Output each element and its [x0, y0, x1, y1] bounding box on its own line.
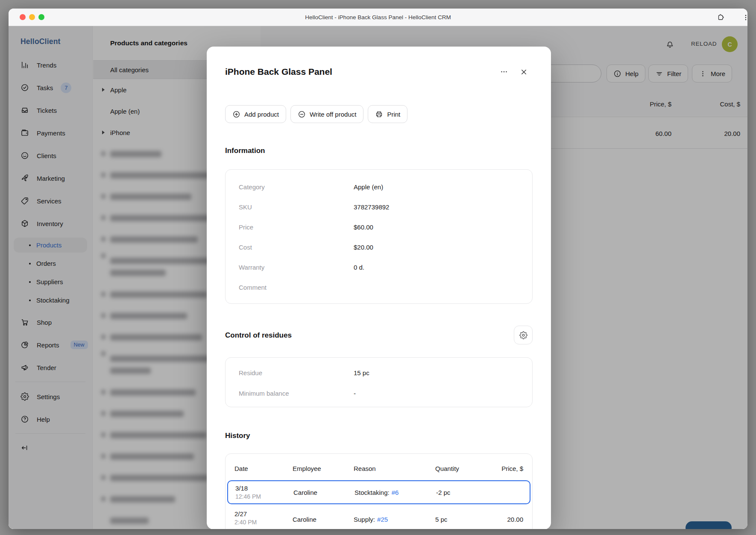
info-label: Price — [239, 223, 354, 231]
browser-menu-icon[interactable] — [740, 12, 747, 23]
history-price: 20.00 — [507, 516, 523, 523]
history-column-quantity: Quantity — [435, 465, 459, 472]
history-reason: Supply:#25 — [354, 516, 388, 523]
info-label: Warranty — [239, 264, 354, 271]
residues-heading: Control of residues — [225, 331, 292, 340]
info-row-price: Price $60.00 — [226, 217, 532, 237]
write-off-icon — [298, 110, 306, 118]
minimum-balance-row: Minimum balance - — [226, 383, 532, 403]
window-titlebar: HelloClient - iPhone Back Glass Panel - … — [9, 9, 747, 26]
modal-title: iPhone Back Glass Panel — [225, 67, 332, 77]
history-reason-text: Supply: — [354, 516, 375, 523]
history-date: 2/27 — [234, 510, 257, 517]
history-employee: Caroline — [293, 516, 316, 523]
info-row-cost: Cost $20.00 — [226, 237, 532, 257]
information-heading: Information — [225, 147, 265, 155]
residue-label: Residue — [239, 369, 354, 376]
history-reason: Stocktaking:#6 — [355, 489, 399, 496]
info-label: Category — [239, 183, 354, 191]
history-date-cell: 2/27 2:40 PM — [234, 510, 257, 526]
info-value: $60.00 — [354, 223, 373, 231]
residue-row: Residue 15 pc — [226, 362, 532, 383]
modal-close-button[interactable] — [516, 64, 532, 80]
info-label: SKU — [239, 203, 354, 211]
screenshot-frame: HelloClient - iPhone Back Glass Panel - … — [0, 0, 756, 535]
info-row-warranty: Warranty 0 d. — [226, 257, 532, 277]
residues-card: Residue 15 pc Minimum balance - — [225, 357, 533, 407]
residues-settings-button[interactable] — [514, 326, 533, 344]
add-product-label: Add product — [244, 111, 279, 118]
history-time: 2:40 PM — [234, 519, 257, 526]
history-reason-text: Stocktaking: — [355, 489, 390, 496]
minimum-balance-value: - — [354, 390, 356, 397]
history-column-date: Date — [234, 465, 248, 472]
add-product-button[interactable]: Add product — [225, 105, 286, 123]
info-row-comment: Comment — [226, 277, 532, 297]
history-column-employee: Employee — [293, 465, 321, 472]
extensions-icon[interactable] — [715, 12, 726, 23]
write-off-product-label: Write off product — [310, 111, 357, 118]
print-button[interactable]: Print — [368, 105, 407, 123]
history-date-cell: 3/18 12:46 PM — [235, 485, 261, 500]
minimum-balance-label: Minimum balance — [239, 390, 354, 397]
product-modal: iPhone Back Glass Panel Add product Writ… — [207, 47, 551, 529]
window-title: HelloClient - iPhone Back Glass Panel - … — [9, 9, 747, 26]
history-reason-link[interactable]: #6 — [392, 489, 399, 496]
info-value: $20.00 — [354, 244, 373, 251]
info-value: Apple (en) — [354, 183, 383, 191]
history-column-price: Price, $ — [501, 465, 523, 472]
history-reason-link[interactable]: #25 — [377, 516, 388, 523]
history-column-reason: Reason — [354, 465, 376, 472]
print-button-label: Print — [387, 111, 400, 118]
info-value: 0 d. — [354, 264, 364, 271]
modal-more-button[interactable] — [496, 64, 512, 80]
add-icon — [232, 110, 240, 118]
write-off-product-button[interactable]: Write off product — [290, 105, 364, 123]
history-time: 12:46 PM — [235, 493, 261, 500]
history-quantity: 5 pc — [435, 516, 447, 523]
history-row-selected[interactable]: 3/18 12:46 PM Caroline Stocktaking:#6 -2… — [227, 480, 530, 504]
info-row-category: Category Apple (en) — [226, 177, 532, 197]
info-value: 3782739892 — [354, 203, 389, 211]
app-area: HelloClient Trends Tasks 7 Tickets — [9, 26, 747, 529]
print-icon — [375, 110, 383, 118]
history-row[interactable]: 2/27 2:40 PM Caroline Supply:#25 5 pc 20… — [227, 507, 530, 529]
history-quantity: -2 pc — [436, 489, 450, 496]
history-date: 3/18 — [235, 485, 261, 492]
info-row-sku: SKU 3782739892 — [226, 197, 532, 217]
history-employee: Caroline — [293, 489, 317, 496]
information-card: Category Apple (en) SKU 3782739892 Price… — [225, 169, 533, 304]
info-label: Cost — [239, 244, 354, 251]
history-card: Date Employee Reason Quantity Price, $ 3… — [225, 453, 533, 529]
history-heading: History — [225, 432, 250, 440]
browser-window: HelloClient - iPhone Back Glass Panel - … — [9, 9, 747, 529]
info-label: Comment — [239, 284, 354, 291]
residue-value: 15 pc — [354, 369, 369, 376]
modal-actions: Add product Write off product Print — [225, 105, 407, 123]
